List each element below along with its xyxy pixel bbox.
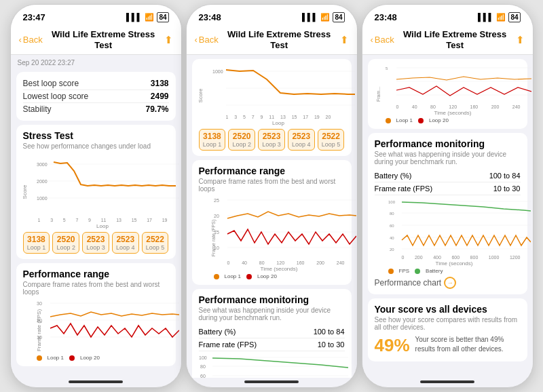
top-chart-section-2: Score 1000 13579111315171920 Loop — [192, 59, 352, 156]
back-button-1[interactable]: ‹ Back — [19, 35, 43, 45]
share-button-3[interactable]: ⬆ — [516, 34, 525, 46]
score-boxes-2: 3138 Loop 1 2520 Loop 2 2523 Loop 3 2523… — [199, 129, 345, 151]
svg-text:60: 60 — [200, 374, 206, 378]
wifi-icon-1: 📶 — [145, 13, 154, 22]
score-device-row-3: 49% Your score is better than 49% result… — [375, 335, 521, 356]
svg-text:25: 25 — [214, 198, 219, 203]
signal-icon-2: ▌▌▌ — [302, 13, 318, 21]
top-y-label-3: Fram... — [375, 87, 380, 102]
status-icons-2: ▌▌▌ 📶 84 — [302, 12, 345, 22]
stress-chart-svg: 3000 2000 1000 — [37, 154, 179, 215]
chevron-left-icon-2: ‹ — [195, 35, 198, 45]
phones-container: 23:47 ▌▌▌ 📶 84 ‹ Back Wild Life Extreme … — [6, 0, 538, 392]
page-title-2: Wild Life Extreme Stress Test — [219, 29, 340, 50]
home-indicator-1 — [69, 380, 123, 383]
score-box-1-1: 2520 Loop 2 — [52, 232, 79, 254]
legend-loop1-dot-3 — [386, 118, 391, 123]
legend-loop1-dot-2 — [214, 274, 219, 279]
svg-text:40: 40 — [390, 236, 394, 240]
date-1: Sep 20 2022 23:27 — [11, 55, 181, 68]
time-1: 23:47 — [23, 12, 45, 22]
stat-row-lowest: Lowest loop score 2499 — [23, 90, 169, 103]
status-bar-1: 23:47 ▌▌▌ 📶 84 — [11, 5, 181, 26]
home-indicator-2 — [244, 380, 299, 383]
wifi-icon-3: 📶 — [496, 13, 506, 22]
svg-text:80: 80 — [200, 364, 206, 369]
perf-row-battery-2: Battery (%) 100 to 84 — [199, 326, 345, 338]
svg-text:20: 20 — [390, 248, 394, 252]
time-2: 23:48 — [199, 12, 221, 22]
perf-legend-1: Loop 1 Loop 20 — [37, 355, 169, 361]
perf-row-battery-3: Battery (%) 100 to 84 — [375, 170, 521, 182]
battery-icon-2: 84 — [333, 12, 344, 22]
perf-y-label-1: Frame rate (FPS) — [35, 309, 41, 351]
nav-bar-3: ‹ Back Wild Life Extreme Stress Test ⬆ — [362, 26, 533, 55]
signal-icon-3: ▌▌▌ — [478, 13, 493, 21]
score-box-2-1: 2520 Loop 2 — [228, 129, 255, 151]
battery-icon-1: 84 — [157, 12, 168, 22]
score-box-2-0: 3138 Loop 1 — [199, 129, 226, 151]
perf-chart-circle-icon: → — [444, 277, 456, 289]
share-button-2[interactable]: ⬆ — [340, 34, 349, 46]
page-title-1: Wild Life Extreme Stress Test — [43, 29, 164, 50]
score-box-1-2: 2523 Loop 3 — [82, 232, 109, 254]
stat-row-stability: Stability 79.7% — [23, 103, 169, 115]
perf-row-fps-2: Frame rate (FPS) 10 to 30 — [199, 338, 345, 351]
phone-3: 23:48 ▌▌▌ 📶 84 ‹ Back Wild Life Extreme … — [362, 4, 533, 388]
legend-loop20-dot-3 — [418, 118, 424, 123]
top-x-label-2: Loop — [212, 120, 345, 126]
score-box-2-3: 2523 Loop 4 — [288, 129, 315, 151]
top-chart-y-label-2: Score — [197, 88, 203, 102]
svg-text:100: 100 — [199, 355, 207, 360]
svg-text:5: 5 — [386, 66, 388, 71]
perf-x-ticks-2: 04080120160200240 — [214, 260, 345, 265]
top-perf-section-3: Fram... 5 04080120160200240 Tim — [368, 59, 527, 129]
svg-text:20: 20 — [214, 214, 219, 218]
perf-chart-link-3[interactable]: Performance chart → — [375, 277, 521, 289]
perf-range-section-2: Performance range Compare frame rates fr… — [192, 160, 352, 285]
perf-monitoring-section-2: Performance monitoring See what was happ… — [192, 289, 352, 378]
svg-text:1000: 1000 — [37, 196, 48, 201]
nav-bar-2: ‹ Back Wild Life Extreme Stress Test ⬆ — [187, 26, 357, 55]
legend-loop20-dot-1 — [69, 355, 75, 361]
score-box-1-4: 2522 Loop 5 — [142, 232, 169, 254]
score-vs-devices-section-3: Your score vs all devices See how your s… — [368, 298, 527, 361]
perf-monitoring-section-3: Performance monitoring See what was happ… — [368, 133, 527, 294]
chevron-left-icon-3: ‹ — [371, 35, 373, 45]
top-x-ticks-3: 04080120160200240 — [386, 104, 521, 109]
content-2: Score 1000 13579111315171920 Loop — [187, 55, 357, 378]
top-chart-svg-3: 5 — [386, 64, 531, 102]
back-button-3[interactable]: ‹ Back — [371, 35, 394, 45]
perf-range-section-1: Performance range Compare frame rates fr… — [16, 263, 176, 366]
legend-loop20-dot-2 — [246, 274, 252, 279]
content-1: Sep 20 2022 23:27 Best loop score 3138 L… — [11, 55, 181, 378]
stress-x-label: Loop — [37, 223, 169, 229]
status-icons-1: ▌▌▌ 📶 84 — [126, 12, 169, 22]
top-chart-svg-2: 1000 — [212, 64, 355, 112]
stats-section-1: Best loop score 3138 Lowest loop score 2… — [16, 72, 176, 121]
signal-icon-1: ▌▌▌ — [126, 13, 142, 21]
battery-mini-chart-2: 100 80 60 40 — [199, 354, 348, 378]
phone-2: 23:48 ▌▌▌ 📶 84 ‹ Back Wild Life Extreme … — [186, 4, 358, 388]
svg-text:2000: 2000 — [37, 179, 48, 184]
stat-row-best: Best loop score 3138 — [23, 77, 169, 90]
perf-range-chart-2: 25 20 15 10 — [214, 197, 356, 258]
share-button-1[interactable]: ⬆ — [164, 34, 173, 46]
phone-1: 23:47 ▌▌▌ 📶 84 ‹ Back Wild Life Extreme … — [10, 4, 182, 388]
score-box-1-0: 3138 Loop 1 — [23, 232, 50, 254]
battery-icon-3: 84 — [508, 12, 520, 22]
perf-x-ticks-3: 020040060080010001200 — [388, 255, 521, 260]
perf-chart-svg-3: 100 80 60 40 20 — [388, 198, 531, 252]
page-title-3: Wild Life Extreme Stress Test — [394, 29, 516, 50]
status-bar-2: 23:48 ▌▌▌ 📶 84 — [187, 5, 357, 26]
svg-text:30: 30 — [37, 301, 42, 306]
chevron-left-icon-1: ‹ — [19, 35, 22, 45]
legend-loop1-dot-1 — [37, 355, 42, 361]
perf-legend-2: Loop 1 Loop 20 — [214, 273, 345, 279]
perf-range-chart-1: 30 20 10 — [37, 300, 179, 351]
score-box-2-4: 2522 Loop 5 — [318, 129, 345, 151]
stress-x-ticks: 135791113151719 — [37, 218, 169, 222]
back-button-2[interactable]: ‹ Back — [195, 35, 219, 45]
svg-text:3000: 3000 — [37, 162, 48, 167]
home-indicator-3 — [420, 380, 474, 383]
